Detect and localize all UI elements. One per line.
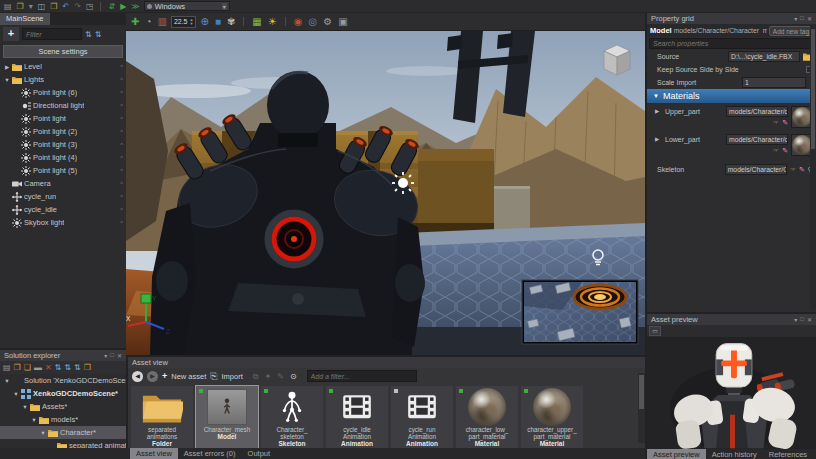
edit-pencil-icon[interactable]: ✎ — [782, 119, 788, 127]
new-file-icon[interactable]: ▤ — [4, 2, 12, 11]
solution-item-character[interactable]: ▼Character* — [0, 426, 126, 439]
close-icon[interactable]: ✕ — [117, 352, 122, 359]
fast-forward-icon[interactable]: ≫ — [131, 2, 139, 11]
expander-icon[interactable]: ▶ — [655, 106, 662, 128]
sort-2-icon[interactable]: ⇅ — [64, 363, 71, 372]
render-mode-icon[interactable]: ▦ — [252, 16, 261, 28]
hand-pick-icon[interactable]: ☞ — [773, 119, 779, 127]
expander-icon[interactable]: ▼ — [21, 404, 29, 410]
expander-icon[interactable]: ▶ — [655, 134, 662, 156]
visibility-toggle-icon[interactable]: ^ — [120, 181, 123, 187]
tab-asset-errors-0[interactable]: Asset errors (0) — [178, 448, 242, 459]
material-reference-field[interactable]: models/Character/cha — [726, 106, 788, 117]
expander-icon[interactable]: ▼ — [12, 391, 20, 397]
sync-assets-icon[interactable]: ⇵ — [108, 2, 115, 11]
world-space-icon[interactable]: ⊕ — [200, 16, 208, 28]
visibility-toggle-icon[interactable]: ^ — [120, 142, 123, 148]
viewport-settings-icon[interactable]: ⚙ — [323, 16, 332, 28]
property-grid-scrollbar[interactable] — [810, 25, 816, 310]
tab-mainscene[interactable]: MainScene — [0, 13, 50, 25]
translate-gizmo-icon[interactable]: ◔ — [145, 16, 151, 28]
close-icon[interactable]: ✕ — [807, 15, 812, 22]
materials-section-header[interactable]: ▼ Materials — [647, 89, 816, 103]
tab-asset-preview[interactable]: Asset preview — [647, 449, 706, 459]
settings-dropdown-icon[interactable]: ◳ — [86, 2, 94, 11]
menu-caret-icon[interactable]: ▾ — [794, 316, 797, 323]
platform-selector-dropdown[interactable]: Windows ▾ — [144, 1, 230, 11]
rotation-snap-stepper[interactable]: 22.5 ▲▼ — [171, 16, 197, 28]
material-reference-field[interactable]: models/Character/cha — [726, 134, 788, 145]
visibility-toggle-icon[interactable]: ^ — [120, 194, 123, 200]
scene-item-point-light[interactable]: Point light^ — [0, 112, 126, 125]
collapse-all-icon[interactable]: ▤ — [3, 363, 11, 372]
scene-item-cycle-idle[interactable]: cycle_idle^ — [0, 203, 126, 216]
edit-pencil-icon[interactable]: ✎ — [799, 166, 805, 174]
solution-item-solution-xenkogdcdemoscene[interactable]: ▼Solution 'XenkoGDCDemoScene' — [0, 374, 126, 387]
add-tag-button[interactable]: Add new tag — [769, 26, 813, 36]
add-entity-button[interactable]: + — [3, 27, 19, 41]
scale-import-field[interactable]: 1 — [742, 77, 806, 88]
import-icon[interactable]: ⎘ — [210, 371, 217, 382]
import-button[interactable]: Import — [221, 372, 242, 381]
new-asset-button[interactable]: New asset — [171, 372, 206, 381]
visibility-toggle-icon[interactable]: ^ — [120, 129, 123, 135]
wireframe-sphere-icon[interactable]: ◎ — [308, 16, 317, 28]
property-search-input[interactable] — [649, 38, 814, 49]
asset-tile-separated-animations[interactable]: separated animationsFolder — [131, 386, 193, 450]
import-folder-icon[interactable]: ❐ — [50, 2, 57, 11]
tab-asset-view[interactable]: Asset view — [130, 448, 178, 459]
open-dropdown-caret-icon[interactable]: ▾ — [29, 2, 33, 11]
sort-asc-icon[interactable]: ⇅ — [85, 30, 92, 39]
copy-asset-icon[interactable]: ⧉ — [253, 372, 259, 381]
scene-item-point-light-6[interactable]: Point light (6)^ — [0, 86, 126, 99]
undo-icon[interactable]: ↶ — [62, 2, 69, 11]
menu-caret-icon[interactable]: ▾ — [794, 15, 797, 22]
expander-icon[interactable]: ▼ — [39, 430, 47, 436]
paint-asset-icon[interactable]: ✦ — [264, 372, 271, 381]
asset-filter-input[interactable] — [307, 370, 417, 382]
delete-icon[interactable]: ✕ — [45, 363, 52, 372]
menu-caret-icon[interactable]: ▾ — [104, 352, 107, 359]
scene-item-directional-light[interactable]: Directional light^ — [0, 99, 126, 112]
tab-output[interactable]: Output — [242, 448, 277, 459]
scene-item-point-light-5[interactable]: Point light (5)^ — [0, 164, 126, 177]
redo-icon[interactable]: ↷ — [74, 2, 81, 11]
add-entity-icon[interactable]: ✚ — [131, 16, 139, 28]
close-icon[interactable]: ✕ — [807, 316, 812, 323]
sort-3-icon[interactable]: ⇅ — [74, 363, 81, 372]
source-value-field[interactable]: D:\...\cycle_idle.FBX — [728, 51, 800, 62]
asset-preview-viewport[interactable] — [647, 337, 816, 449]
camera-options-icon[interactable]: ▣ — [338, 16, 347, 28]
visibility-toggle-icon[interactable]: ^ — [120, 90, 123, 96]
stepper-arrows-icon[interactable]: ▲▼ — [190, 18, 194, 26]
visibility-toggle-icon[interactable]: ^ — [120, 77, 123, 83]
snap-magnet-icon[interactable]: ✾ — [227, 16, 235, 28]
hand-pick-icon[interactable]: ☞ — [790, 166, 796, 174]
scene-item-lights[interactable]: ▼Lights^ — [0, 73, 126, 86]
back-button[interactable]: ◀ — [132, 371, 143, 382]
local-space-icon[interactable]: ■ — [215, 16, 221, 28]
scene-item-skybox-light[interactable]: Skybox light^ — [0, 216, 126, 229]
scene-item-point-light-3[interactable]: Point light (3)^ — [0, 138, 126, 151]
visibility-toggle-icon[interactable]: ^ — [120, 155, 123, 161]
scene-item-cycle-run[interactable]: cycle_run^ — [0, 190, 126, 203]
scene-item-camera[interactable]: Camera^ — [0, 177, 126, 190]
tab-references[interactable]: References — [763, 449, 813, 459]
asset-tile-cycle-run-animation[interactable]: cycle_run AnimationAnimation — [391, 386, 453, 450]
expander-icon[interactable]: ▼ — [3, 77, 11, 83]
expander-icon[interactable]: ▼ — [30, 417, 38, 423]
visibility-toggle-icon[interactable]: ^ — [120, 103, 123, 109]
pin-icon[interactable]: □ — [800, 15, 804, 22]
scene-settings-button[interactable]: Scene settings — [3, 45, 123, 58]
play-icon[interactable]: ▶ — [120, 2, 126, 11]
visibility-toggle-icon[interactable]: ^ — [120, 64, 123, 70]
expander-icon[interactable]: ▼ — [3, 378, 11, 384]
visibility-toggle-icon[interactable]: ^ — [120, 220, 123, 226]
forward-button[interactable]: ▶ — [147, 371, 158, 382]
pin-icon[interactable]: □ — [800, 316, 804, 323]
open-folder-icon[interactable]: ❐ — [17, 2, 24, 11]
asset-view-scrollbar[interactable] — [638, 373, 645, 443]
remove-icon[interactable]: ▬ — [34, 363, 42, 372]
view-options-eye-icon[interactable]: ⊙ — [290, 372, 297, 381]
pin-icon[interactable]: □ — [110, 352, 114, 359]
